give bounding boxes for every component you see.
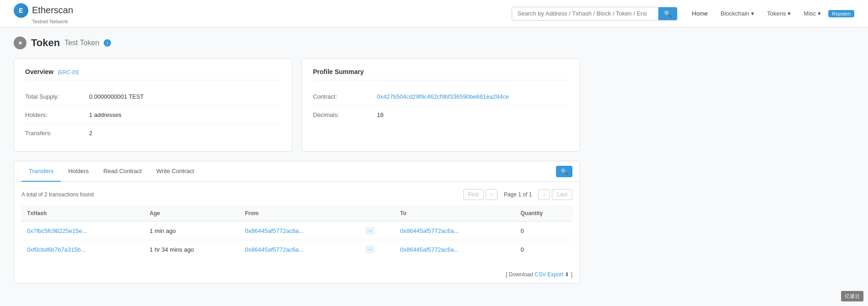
token-name: Token [31,37,60,49]
transfer-arrow-icon: → [365,246,375,253]
erc-badge: [ERC-20] [58,69,79,75]
header-left: E Etherscan Testnet Network [14,3,73,24]
info-icon[interactable]: i [104,39,111,47]
from-cell: 0x86445af5772ac6a... [239,222,360,240]
contract-label: Contract: [313,93,377,100]
csv-row: [ Download CSV Export ⬇ ] [14,266,580,283]
holders-value: 1 addresses [89,111,122,118]
arrow-cell: → [360,222,395,240]
txhash-cell: 0x7fbc5fc98225e15e... [21,222,144,240]
token-icon: ★ [14,37,26,49]
csv-export-link[interactable]: CSV Export [535,271,563,278]
from-link[interactable]: 0x86445af5772ac6a... [245,227,304,234]
token-subname: Test Token [64,39,99,47]
tabs-list: Transfers Holders Read Contract Write Co… [21,161,201,181]
age-cell: 1 hr 34 mins ago [144,240,240,259]
transfers-label: Transfers: [25,130,89,137]
logo-text: Etherscan [32,5,73,16]
tab-transfers[interactable]: Transfers [21,161,61,182]
table-body: 0x7fbc5fc98225e15e... 1 min ago 0x86445a… [21,222,572,259]
tabs-header: Transfers Holders Read Contract Write Co… [14,161,580,182]
txhash-link[interactable]: 0xf0cbd6b7b7a315b... [27,246,86,253]
quantity-cell: 0 [515,222,572,240]
total-supply-label: Total Supply: [25,93,89,100]
quantity-cell: 0 [515,240,572,259]
nav-links: Home Blockchain ▾ Tokens ▾ Misc ▾ Ropste… [687,7,854,20]
decimals-row: Decimals: 18 [313,106,569,124]
nav-blockchain[interactable]: Blockchain ▾ [715,7,760,20]
logo-icon: E [14,3,28,18]
transfer-arrow-icon: → [365,227,375,234]
contract-link[interactable]: 0x427b504cd29f9c462cf9bf336590be681ea284… [377,93,509,100]
decimals-label: Decimals: [313,111,377,118]
network-badge[interactable]: Ropsten [828,10,854,17]
holders-label: Holders: [25,111,89,118]
tab-search-button[interactable]: 🔍 [556,166,572,177]
header-nav: 🔍 Home Blockchain ▾ Tokens ▾ Misc ▾ Rops… [512,7,854,21]
search-button[interactable]: 🔍 [658,7,677,20]
col-age: Age [144,206,240,222]
last-page-button[interactable]: Last [552,189,572,200]
decimals-value: 18 [377,111,383,118]
search-input[interactable] [512,7,658,20]
table-area: A total of 2 transactions found First ‹ … [14,182,580,266]
total-supply-value: 0.0000000001 TEST [89,93,144,100]
contract-row: Contract: 0x427b504cd29f9c462cf9bf336590… [313,88,569,106]
download-icon: ⬇ [565,271,571,278]
holders-row: Holders: 1 addresses [25,106,281,124]
chevron-down-icon: ▾ [788,10,791,17]
tab-holders[interactable]: Holders [61,161,96,182]
table-header-row: TxHash Age From To Quantity [21,206,572,222]
testnet-label: Testnet Network [32,19,73,24]
from-cell: 0x86445af5772ac6a... [239,240,360,259]
col-to: To [395,206,515,222]
col-arrow [360,206,395,222]
age-cell: 1 min ago [144,222,240,240]
nav-tokens[interactable]: Tokens ▾ [762,7,796,20]
next-page-button[interactable]: › [538,189,550,200]
tab-write-contract[interactable]: Write Contract [149,161,201,182]
col-txhash: TxHash [21,206,144,222]
overview-title: Overview [ERC-20] [25,68,281,80]
first-page-button[interactable]: First [463,189,484,200]
from-link[interactable]: 0x86445af5772ac6a... [245,246,304,253]
to-cell: 0x86445af5772ac6a... [395,222,515,240]
logo-row: E Etherscan [14,3,73,18]
to-link[interactable]: 0x86445af5772ac6a... [400,246,459,253]
txhash-cell: 0xf0cbd6b7b7a315b... [21,240,144,259]
tab-read-contract[interactable]: Read Contract [96,161,149,182]
tabs-section: Transfers Holders Read Contract Write Co… [14,161,580,284]
to-link[interactable]: 0x86445af5772ac6a... [400,227,459,234]
profile-title: Profile Summary [313,68,569,80]
chevron-down-icon: ▾ [751,10,754,17]
transfers-row: Transfers: 2 [25,124,281,142]
col-quantity: Quantity [515,206,572,222]
csv-suffix: ] [571,271,572,278]
token-title: ★ Token Test Token i [14,37,580,49]
prev-page-button[interactable]: ‹ [486,189,498,200]
cards-row: Overview [ERC-20] Total Supply: 0.000000… [14,58,580,152]
watermark: 亿速云 [841,291,863,293]
nav-search: 🔍 [512,7,677,21]
profile-card: Profile Summary Contract: 0x427b504cd29f… [302,58,580,152]
total-supply-row: Total Supply: 0.0000000001 TEST [25,88,281,106]
nav-misc[interactable]: Misc ▾ [798,7,826,20]
contract-value: 0x427b504cd29f9c462cf9bf336590be681ea284… [377,93,509,100]
csv-prefix: [ Download [506,271,533,278]
pagination: First ‹ Page 1 of 1 › Last [463,189,572,200]
header: E Etherscan Testnet Network 🔍 Home Block… [0,0,868,27]
transfers-table: TxHash Age From To Quantity 0x7fbc5fc982… [21,206,572,259]
page-content: ★ Token Test Token i Overview [ERC-20] T… [0,27,594,293]
chevron-down-icon: ▾ [818,10,821,17]
nav-home[interactable]: Home [687,7,714,20]
table-row: 0xf0cbd6b7b7a315b... 1 hr 34 mins ago 0x… [21,240,572,259]
table-row: 0x7fbc5fc98225e15e... 1 min ago 0x86445a… [21,222,572,240]
arrow-cell: → [360,240,395,259]
overview-card: Overview [ERC-20] Total Supply: 0.000000… [14,58,292,152]
to-cell: 0x86445af5772ac6a... [395,240,515,259]
table-info-row: A total of 2 transactions found First ‹ … [21,189,572,200]
col-from: From [239,206,360,222]
txhash-link[interactable]: 0x7fbc5fc98225e15e... [27,227,87,234]
total-transactions-text: A total of 2 transactions found [21,191,94,198]
transfers-value: 2 [89,130,92,137]
